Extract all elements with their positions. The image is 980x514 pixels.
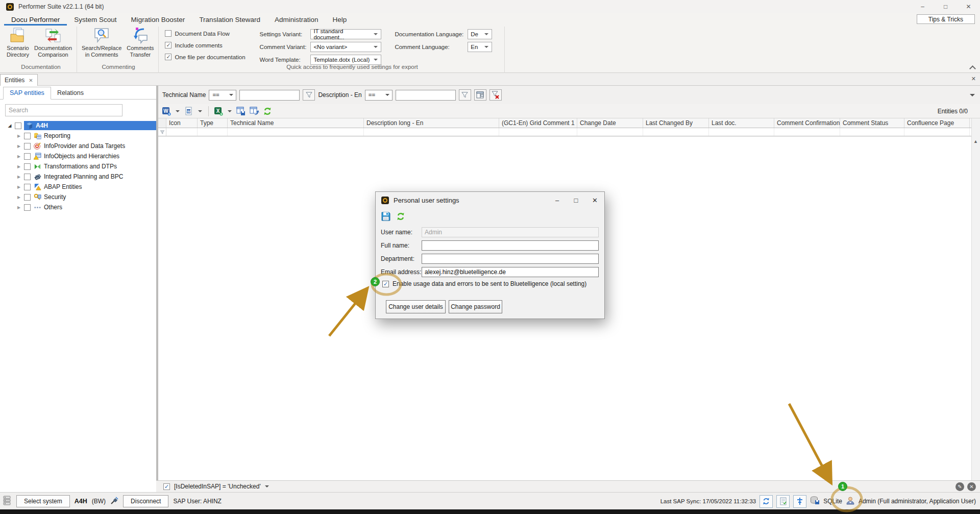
tab-entities[interactable]: Entities ✕ [0,74,38,86]
tips-and-tricks-button[interactable]: Tips & Tricks [917,14,975,24]
change-user-details-button[interactable]: Change user details [386,300,446,313]
checkbox-icon[interactable] [24,163,31,170]
tab-migration-booster[interactable]: Migration Booster [124,14,192,26]
edit-filter-icon[interactable]: ✎ [955,482,964,491]
column-header-type[interactable]: Type [198,118,228,128]
close-tab-icon[interactable]: ✕ [29,78,33,83]
column-header-change-date[interactable]: Change Date [577,118,643,128]
autofilter-cell[interactable] [228,128,364,136]
autofilter-cell[interactable] [364,128,499,136]
email-address-field[interactable] [422,267,599,277]
autofilter-cell[interactable] [198,128,228,136]
word-template-button[interactable]: W [183,106,194,117]
tree-item-reporting[interactable]: ▶ Reporting [0,131,156,141]
tree-item-others[interactable]: ▶ Others [0,202,156,212]
dialog-minimize-icon[interactable]: – [548,192,567,208]
minimize-icon[interactable]: – [911,0,934,13]
autofilter-cell[interactable] [840,128,904,136]
expander-icon[interactable]: ▶ [16,144,21,149]
tree-item-a4h[interactable]: ◢ A4H [0,120,156,131]
footer-filter-expression[interactable]: [IsDeletedInSAP] = 'Unchecked' [174,483,261,490]
sync-refresh-button[interactable] [760,495,773,508]
chevron-down-icon[interactable] [228,110,232,112]
close-pane-icon[interactable]: ✕ [971,76,976,82]
expander-icon[interactable]: ▶ [16,154,21,159]
clear-filter-button[interactable] [489,89,502,101]
comment-language-select[interactable]: En [468,42,492,52]
remove-filter-icon[interactable]: ✕ [967,482,976,491]
column-header-icon[interactable]: Icon [166,118,198,128]
tab-relations[interactable]: Relations [51,87,90,99]
documentation-comparison-button[interactable]: Documentation Comparison [32,26,75,59]
settings-variant-select[interactable]: IT standard document... [310,29,381,39]
autofilter-cell[interactable] [577,128,643,136]
expander-icon[interactable]: ▶ [16,175,21,179]
documentation-language-select[interactable]: De [468,29,492,39]
column-header-comment-status[interactable]: Comment Status [840,118,904,128]
checkbox-icon[interactable] [24,143,31,150]
change-password-button[interactable]: Change password [449,300,502,313]
word-template-select[interactable]: Template.dotx (Local) [310,55,381,65]
column-header-description[interactable]: Description long - En [364,118,499,128]
expander-icon[interactable]: ◢ [7,123,12,128]
export-word-button[interactable]: W [161,106,172,117]
close-icon[interactable]: ✕ [957,0,980,13]
full-name-field[interactable] [422,240,599,251]
user-account-icon[interactable] [846,496,855,507]
column-header-confluence-page[interactable]: Confluence Page [904,118,970,128]
save-grid-layout-button[interactable] [235,106,247,117]
autofilter-cell[interactable] [643,128,709,136]
checkbox-icon[interactable] [165,30,172,37]
checkbox-icon[interactable] [24,133,31,139]
checkbox-icon[interactable] [165,42,172,48]
save-icon[interactable] [381,211,391,223]
technical-name-filter-input[interactable] [239,90,300,101]
filter-edit-button[interactable] [303,89,315,101]
load-grid-layout-button[interactable] [249,106,260,117]
comment-variant-select[interactable]: <No variant> [310,42,381,52]
tree-item-abap-entities[interactable]: ▶ ABAP Entities [0,182,156,192]
tree-item-transformations[interactable]: ▶ Transformations and DTPs [0,161,156,172]
expander-icon[interactable]: ▶ [16,134,21,138]
expander-icon[interactable]: ▶ [16,164,21,169]
checkbox-one-file-per-documentation[interactable]: One file per documentation [165,53,245,61]
description-filter-input[interactable] [396,90,456,101]
maximize-icon[interactable]: □ [934,0,957,13]
dialog-titlebar[interactable]: Personal user settings – □ ✕ [376,192,604,208]
checkbox-icon[interactable] [15,123,21,129]
autofilter-cell[interactable] [904,128,970,136]
search-replace-in-comments-button[interactable]: Search/Replace in Comments [79,26,124,59]
filter-row-options-icon[interactable] [970,94,975,96]
search-input[interactable] [5,104,122,116]
column-header-grid-comment[interactable]: (GC1-En) Grid Comment 1 [499,118,577,128]
filter-grid-button[interactable] [474,89,486,101]
scenario-directory-button[interactable]: Scenario Directory [4,26,32,59]
dialog-maximize-icon[interactable]: □ [567,192,585,208]
tree-item-integrated-planning[interactable]: ▶ Integrated Planning and BPC [0,172,156,182]
refresh-grid-button[interactable] [262,106,273,117]
usage-data-checkbox-row[interactable]: Enable usage data and errors to be sent … [382,280,586,287]
tab-system-scout[interactable]: System Scout [67,14,124,26]
column-header-technical-name[interactable]: Technical Name [228,118,364,128]
tree-item-security[interactable]: ▶ Security [0,192,156,202]
tab-administration[interactable]: Administration [267,14,326,26]
tree-item-infoprovider[interactable]: ▶ InfoProvider and Data Targets [0,141,156,151]
select-system-button[interactable]: Select system [16,495,70,507]
usage-data-checkbox[interactable] [382,281,389,287]
technical-name-operator-select[interactable]: == [209,90,236,101]
department-field[interactable] [422,254,599,264]
chevron-down-icon[interactable] [198,110,202,112]
tab-translation-steward[interactable]: Translation Steward [192,14,267,26]
collapse-ribbon-icon[interactable] [970,65,975,69]
checkbox-icon[interactable] [24,204,31,211]
apply-filter-button[interactable] [459,89,471,101]
refresh-icon[interactable] [396,212,405,223]
autofilter-cell[interactable] [166,128,198,136]
tab-sap-entities[interactable]: SAP entities [3,87,51,100]
dialog-close-icon[interactable]: ✕ [585,192,604,208]
expander-icon[interactable]: ▶ [16,185,21,189]
expander-icon[interactable]: ▶ [16,205,21,210]
vertical-scrollbar[interactable]: ▲ [971,118,980,480]
autofilter-cell[interactable] [709,128,774,136]
checkbox-icon[interactable] [24,174,31,180]
